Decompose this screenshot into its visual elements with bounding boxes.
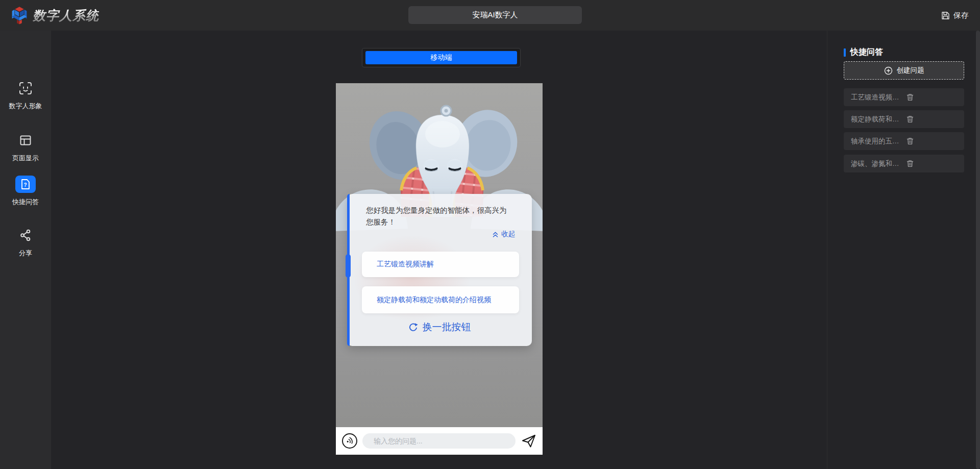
chevrons-up-icon (492, 231, 499, 238)
question-item-label: 轴承使用的五大注意点 (851, 137, 902, 146)
quick-qa-panel: 快捷问答 创建问题 工艺锻造视频讲解 额定静载荷和额定动载荷... (827, 31, 980, 469)
greeting-text: 您好我是为您量身定做的智能体，很高兴为您服务！ (366, 205, 509, 228)
scene-tab-label: 安瑞AI数字人 (472, 10, 518, 20)
scene-tab[interactable]: 安瑞AI数字人 (408, 6, 582, 24)
quick-question-label: 工艺锻造视频讲解 (377, 260, 434, 269)
trash-icon[interactable] (906, 115, 958, 123)
refresh-buttons-link[interactable]: 换一批按钮 (347, 320, 532, 334)
voice-icon (345, 436, 354, 446)
svg-text:?: ? (24, 182, 27, 188)
refresh-label: 换一批按钮 (423, 320, 471, 334)
question-input[interactable] (362, 433, 516, 449)
paper-plane-icon (521, 433, 536, 449)
quick-question-button[interactable]: 额定静载荷和额定动载荷的介绍视频 (362, 286, 519, 313)
left-sidebar: 数字人形象 页面显示 ? 快捷问答 (0, 31, 51, 469)
app-logo: 数字人系统 (11, 0, 99, 31)
save-button[interactable]: 保存 (941, 0, 969, 31)
quick-question-label: 额定静载荷和额定动载荷的介绍视频 (377, 295, 491, 305)
face-scan-icon (17, 80, 34, 97)
phone-input-bar (336, 427, 543, 455)
sidebar-item-label: 快捷问答 (12, 198, 39, 207)
trash-icon[interactable] (906, 93, 958, 101)
voice-input-button[interactable] (342, 433, 357, 449)
save-label: 保存 (953, 11, 969, 20)
question-item[interactable]: 额定静载荷和额定动载荷... (844, 110, 964, 128)
title-accent-bar (844, 48, 846, 57)
sidebar-item-avatar[interactable]: 数字人形象 (0, 80, 51, 111)
sidebar-item-label: 分享 (19, 249, 32, 258)
mobile-preview: 您好我是为您量身定做的智能体，很高兴为您服务！ 收起 工艺锻造视频讲解 额定静载… (336, 83, 543, 455)
mobile-device-label: 移动端 (431, 53, 452, 62)
greeting-card: 您好我是为您量身定做的智能体，很高兴为您服务！ 收起 工艺锻造视频讲解 额定静载… (347, 194, 532, 346)
panel-title-label: 快捷问答 (850, 47, 883, 58)
collapse-label: 收起 (501, 230, 515, 239)
question-item-label: 额定静载荷和额定动载荷... (851, 115, 902, 124)
layout-icon (17, 132, 34, 149)
mobile-device-tab[interactable]: 移动端 (365, 51, 517, 64)
create-question-label: 创建问题 (897, 66, 924, 75)
refresh-icon (408, 323, 418, 332)
quick-question-button[interactable]: 工艺锻造视频讲解 (362, 252, 519, 277)
sidebar-item-quick-qa[interactable]: ? 快捷问答 (0, 176, 51, 207)
circle-plus-icon (884, 66, 893, 75)
send-button[interactable] (521, 433, 536, 449)
window-scrollbar[interactable] (976, 31, 980, 469)
sidebar-item-page-display[interactable]: 页面显示 (0, 132, 51, 163)
card-accent-handle (346, 254, 351, 278)
logo-mark-icon (11, 6, 28, 24)
top-bar: 数字人系统 安瑞AI数字人 保存 (0, 0, 980, 31)
question-item[interactable]: 轴承使用的五大注意点 (844, 132, 964, 150)
question-item-label: 渗碳、渗氮和碳氮共渗 (851, 159, 902, 168)
create-question-button[interactable]: 创建问题 (844, 61, 964, 80)
app-title: 数字人系统 (33, 7, 99, 24)
sidebar-item-label: 页面显示 (12, 154, 39, 163)
sidebar-item-share[interactable]: 分享 (0, 227, 51, 258)
panel-title: 快捷问答 (844, 47, 883, 58)
collapse-link[interactable]: 收起 (492, 230, 515, 239)
device-switch-container: 移动端 (362, 48, 521, 67)
floppy-disk-icon (941, 11, 950, 20)
question-item-label: 工艺锻造视频讲解 (851, 93, 902, 102)
question-item[interactable]: 工艺锻造视频讲解 (844, 88, 964, 106)
question-item[interactable]: 渗碳、渗氮和碳氮共渗 (844, 155, 964, 172)
share-icon (17, 227, 34, 244)
document-question-icon: ? (15, 176, 36, 193)
trash-icon[interactable] (906, 137, 958, 145)
sidebar-item-label: 数字人形象 (9, 102, 42, 111)
trash-icon[interactable] (906, 160, 958, 167)
